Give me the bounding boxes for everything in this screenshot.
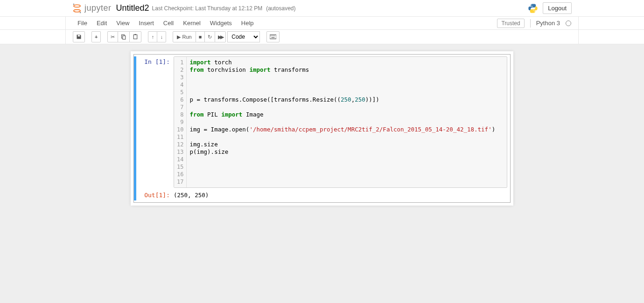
plus-icon: + xyxy=(95,34,98,40)
svg-point-4 xyxy=(531,4,532,5)
svg-point-5 xyxy=(534,11,535,12)
menu-insert[interactable]: Insert xyxy=(134,17,159,29)
menu-cell[interactable]: Cell xyxy=(159,17,178,29)
menubar: FileEditViewInsertCellKernelWidgetsHelp … xyxy=(0,17,644,30)
svg-rect-7 xyxy=(123,36,126,40)
svg-rect-13 xyxy=(273,35,273,36)
input-prompt: In [1]: xyxy=(136,56,174,188)
jupyter-logo-icon xyxy=(72,3,82,14)
toolbar: + ✂ ↑ ↓ ▶Run ■ ↻ ▶▶ Code xyxy=(0,30,644,44)
arrow-down-icon: ↓ xyxy=(161,34,163,40)
restart-run-all-button[interactable]: ▶▶ xyxy=(215,31,226,42)
save-icon xyxy=(76,34,82,40)
keyboard-icon xyxy=(270,34,276,39)
command-palette-button[interactable] xyxy=(266,31,280,42)
arrow-up-icon: ↑ xyxy=(152,34,154,40)
svg-rect-8 xyxy=(134,35,138,39)
line-gutter: 1234567891011121314151617 xyxy=(174,57,187,187)
autosave-status: (autosaved) xyxy=(266,5,295,12)
svg-rect-11 xyxy=(271,35,271,36)
code-editor[interactable]: 1234567891011121314151617 import torchfr… xyxy=(174,56,507,188)
checkpoint-status: Last Checkpoint: Last Thursday at 12:12 … xyxy=(152,5,263,12)
add-cell-button[interactable]: + xyxy=(91,31,101,42)
kernel-indicator-icon xyxy=(566,21,571,26)
notebook-header: jupyter Untitled2 Last Checkpoint: Last … xyxy=(0,0,644,17)
move-down-button[interactable]: ↓ xyxy=(157,31,166,42)
paste-icon xyxy=(133,34,138,40)
trusted-badge[interactable]: Trusted xyxy=(497,19,524,28)
logout-button[interactable]: Logout xyxy=(543,2,572,14)
python-logo-icon xyxy=(528,3,538,14)
cut-button[interactable]: ✂ xyxy=(107,31,118,42)
svg-rect-15 xyxy=(272,37,275,38)
play-icon: ▶ xyxy=(177,34,181,40)
menu-kernel[interactable]: Kernel xyxy=(178,17,205,29)
copy-icon xyxy=(121,34,126,40)
code-content[interactable]: import torchfrom torchvision import tran… xyxy=(187,57,507,187)
run-label: Run xyxy=(182,34,191,40)
fast-forward-icon: ▶▶ xyxy=(218,34,223,40)
menu-widgets[interactable]: Widgets xyxy=(205,17,237,29)
svg-point-3 xyxy=(80,12,81,13)
svg-rect-10 xyxy=(270,35,276,39)
notebook-title[interactable]: Untitled2 xyxy=(116,3,149,13)
menu-edit[interactable]: Edit xyxy=(92,17,112,29)
cell-type-select[interactable]: Code xyxy=(227,31,260,42)
kernel-name[interactable]: Python 3 xyxy=(536,20,560,27)
menu-view[interactable]: View xyxy=(112,17,134,29)
move-up-button[interactable]: ↑ xyxy=(148,31,157,42)
menu-help[interactable]: Help xyxy=(237,17,259,29)
notebook-container: In [1]: 1234567891011121314151617 import… xyxy=(131,51,513,206)
interrupt-button[interactable]: ■ xyxy=(196,31,205,42)
svg-point-2 xyxy=(73,3,75,5)
restart-icon: ↻ xyxy=(208,34,212,40)
restart-button[interactable]: ↻ xyxy=(204,31,215,42)
copy-button[interactable] xyxy=(118,31,130,42)
brand-text: jupyter xyxy=(84,3,112,13)
separator xyxy=(530,19,531,28)
svg-point-1 xyxy=(74,9,80,12)
save-button[interactable] xyxy=(73,31,85,42)
stop-icon: ■ xyxy=(199,34,202,40)
run-button[interactable]: ▶Run xyxy=(173,31,196,42)
menu-file[interactable]: File xyxy=(73,17,92,29)
scissors-icon: ✂ xyxy=(111,34,115,40)
output-prompt: Out[1]: xyxy=(136,190,174,200)
svg-rect-9 xyxy=(135,34,136,35)
svg-rect-12 xyxy=(272,35,273,36)
notebook-page: In [1]: 1234567891011121314151617 import… xyxy=(0,44,644,303)
code-cell[interactable]: In [1]: 1234567891011121314151617 import… xyxy=(133,54,511,203)
output-text: (250, 250) xyxy=(174,190,209,200)
svg-point-0 xyxy=(74,5,80,7)
jupyter-brand[interactable]: jupyter xyxy=(72,3,112,14)
svg-rect-14 xyxy=(274,35,275,36)
paste-button[interactable] xyxy=(129,31,141,42)
